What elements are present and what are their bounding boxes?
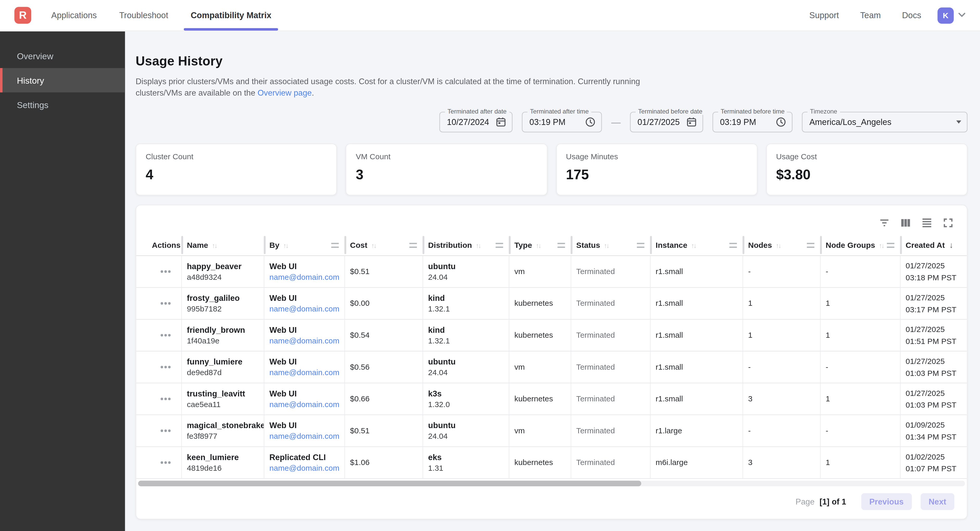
next-page-button[interactable]: Next: [920, 493, 954, 510]
created-by-source: Web UI: [269, 389, 344, 398]
density-icon[interactable]: [921, 217, 932, 228]
user-avatar[interactable]: K: [938, 7, 954, 24]
cell-nodes: 3: [743, 447, 821, 478]
cell-nodes: -: [743, 352, 821, 383]
cluster-id: 4819de16: [187, 464, 264, 472]
stat-card-cluster-count: Cluster Count4: [135, 144, 337, 195]
column-header-node-groups[interactable]: Node Groups↑↓: [821, 234, 900, 256]
row-actions-button[interactable]: [136, 383, 182, 414]
column-resize-handle[interactable]: [887, 243, 894, 247]
column-header-name[interactable]: Name↑↓: [182, 234, 264, 256]
overview-page-link[interactable]: Overview page: [258, 88, 312, 97]
column-label: Distribution: [428, 241, 472, 249]
timezone-select[interactable]: Timezone America/Los_Angeles: [802, 112, 967, 132]
tab-applications[interactable]: Applications: [40, 0, 108, 31]
cell-name: magical_stonebrakerfe3f8977: [182, 415, 264, 446]
cluster-id: de9ed87d: [187, 368, 264, 377]
terminated-after-date-input[interactable]: Terminated after date 10/27/2024: [439, 112, 512, 132]
column-resize-handle[interactable]: [807, 243, 815, 247]
sort-updown-icon: ↑↓: [476, 241, 480, 249]
row-actions-button[interactable]: [136, 415, 182, 446]
row-actions-button[interactable]: [136, 352, 182, 383]
column-header-by[interactable]: By↑↓: [264, 234, 345, 256]
created-date: 01/27/2025: [905, 356, 967, 366]
column-label: Status: [576, 241, 600, 249]
nav-link-docs[interactable]: Docs: [902, 11, 921, 20]
cell-distribution: ubuntu24.04: [423, 415, 509, 446]
tab-troubleshoot[interactable]: Troubleshoot: [108, 0, 180, 31]
column-resize-handle[interactable]: [409, 243, 417, 247]
calendar-icon[interactable]: [496, 117, 506, 127]
description-suffix: .: [312, 88, 314, 97]
stat-value: 175: [566, 167, 747, 183]
created-by-email-link[interactable]: name@domain.com: [269, 432, 344, 441]
column-header-actions[interactable]: Actions: [136, 234, 182, 256]
distribution-version: 1.31: [428, 464, 509, 472]
column-header-nodes[interactable]: Nodes↑↓: [743, 234, 821, 256]
terminated-after-time-input[interactable]: Terminated after time 03:19 PM: [522, 112, 602, 132]
table-footer: Page [1] of 1 Previous Next: [136, 493, 967, 510]
created-by-email-link[interactable]: name@domain.com: [269, 400, 344, 409]
created-by-email-link[interactable]: name@domain.com: [269, 273, 344, 282]
column-resize-handle[interactable]: [637, 243, 644, 247]
created-by-email-link[interactable]: name@domain.com: [269, 336, 344, 345]
scrollbar-thumb[interactable]: [138, 480, 641, 486]
row-actions-button[interactable]: [136, 320, 182, 351]
column-header-type[interactable]: Type↑↓: [509, 234, 571, 256]
filter-icon[interactable]: [879, 217, 890, 228]
sidebar-item-settings[interactable]: Settings: [0, 92, 125, 117]
column-header-created-at[interactable]: Created At↓: [900, 234, 967, 256]
page-title: Usage History: [135, 54, 967, 69]
cell-distribution: ubuntu24.04: [423, 352, 509, 383]
terminated-before-date-input[interactable]: Terminated before date 01/27/2025: [630, 112, 703, 132]
column-header-status[interactable]: Status↑↓: [571, 234, 651, 256]
distribution-name: eks: [428, 453, 509, 462]
horizontal-scrollbar[interactable]: [138, 480, 965, 486]
tab-compatibility-matrix[interactable]: Compatibility Matrix: [180, 0, 283, 31]
cell-cost: $1.06: [345, 447, 423, 478]
created-by-email-link[interactable]: name@domain.com: [269, 464, 344, 472]
column-label: Created At: [905, 241, 945, 249]
sort-updown-icon: ↑↓: [283, 241, 288, 249]
nav-link-team[interactable]: Team: [860, 11, 881, 20]
ellipsis-icon: [161, 270, 170, 273]
previous-page-button[interactable]: Previous: [861, 493, 912, 510]
row-actions-button[interactable]: [136, 447, 182, 478]
created-by-source: Web UI: [269, 262, 344, 271]
primary-nav: ApplicationsTroubleshootCompatibility Ma…: [40, 0, 283, 31]
table-toolbar: [136, 206, 967, 234]
clock-icon[interactable]: [776, 117, 786, 127]
column-header-cost[interactable]: Cost↑↓: [345, 234, 423, 256]
terminated-after-time-value: 03:19 PM: [529, 117, 565, 127]
created-time: 01:03 PM PST: [905, 368, 967, 378]
sidebar-item-overview[interactable]: Overview: [0, 44, 125, 68]
row-actions-button[interactable]: [136, 288, 182, 319]
column-resize-handle[interactable]: [729, 243, 737, 247]
cell-type: vm: [509, 352, 571, 383]
created-by-email-link[interactable]: name@domain.com: [269, 368, 344, 377]
chevron-down-icon[interactable]: [958, 13, 966, 18]
column-resize-handle[interactable]: [558, 243, 565, 247]
nav-link-support[interactable]: Support: [810, 11, 839, 20]
distribution-version: 24.04: [428, 273, 509, 282]
distribution-name: ubuntu: [428, 262, 509, 271]
terminated-before-time-input[interactable]: Terminated before time 03:19 PM: [713, 112, 792, 132]
created-by-email-link[interactable]: name@domain.com: [269, 305, 344, 314]
cell-node-groups: 1: [821, 383, 900, 414]
cell-cost: $0.66: [345, 383, 423, 414]
column-resize-handle[interactable]: [331, 243, 339, 247]
sidebar-item-history[interactable]: History: [0, 68, 125, 92]
terminated-before-date-label: Terminated before date: [636, 108, 705, 115]
row-actions-button[interactable]: [136, 256, 182, 287]
calendar-icon[interactable]: [686, 117, 697, 127]
cell-type: kubernetes: [509, 447, 571, 478]
column-header-instance[interactable]: Instance↑↓: [651, 234, 743, 256]
ellipsis-icon: [161, 398, 170, 400]
columns-icon[interactable]: [900, 217, 911, 228]
column-header-distribution[interactable]: Distribution↑↓: [423, 234, 509, 256]
column-resize-handle[interactable]: [496, 243, 503, 247]
fullscreen-icon[interactable]: [943, 217, 954, 228]
cell-type: kubernetes: [509, 383, 571, 414]
app-logo[interactable]: R: [14, 7, 31, 24]
clock-icon[interactable]: [585, 117, 596, 127]
